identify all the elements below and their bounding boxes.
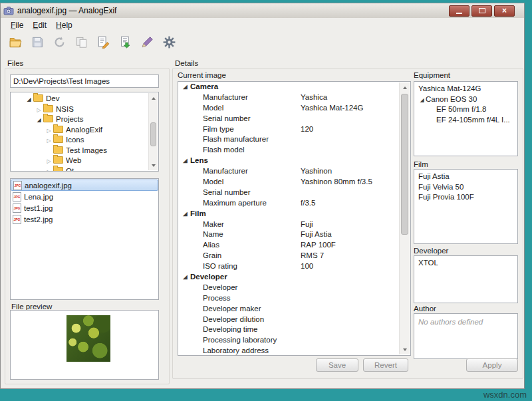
film-item[interactable]: Fuji Provia 100F: [414, 192, 517, 203]
tree-expanded-icon[interactable]: ◢: [418, 95, 426, 105]
tree-item[interactable]: ▷Web: [11, 156, 158, 166]
tree-item[interactable]: ▷Ot: [11, 166, 158, 172]
exif-property-value[interactable]: Fuji: [301, 219, 410, 230]
equipment-item[interactable]: EF 50mm f/1.8: [414, 104, 517, 115]
exif-scrollbar-thumb[interactable]: [401, 94, 408, 235]
copy-button[interactable]: [73, 35, 89, 51]
exif-property-value[interactable]: 120: [301, 124, 410, 135]
exif-property-row[interactable]: ModelYashinon 80mm f/3.5: [178, 177, 410, 188]
exif-property-value[interactable]: [301, 188, 410, 198]
tree-collapsed-icon[interactable]: ▷: [45, 136, 53, 146]
exif-property-row[interactable]: ModelYashica Mat-124G: [178, 103, 410, 114]
exif-property-value[interactable]: [301, 315, 410, 325]
exif-property-value[interactable]: [301, 134, 410, 145]
tree-item[interactable]: ◢Projects: [11, 114, 158, 125]
scroll-up-icon[interactable]: [149, 93, 158, 103]
exif-property-value[interactable]: RMS 7: [301, 251, 410, 261]
exif-property-row[interactable]: Flash manufacturer: [178, 134, 410, 145]
menu-item-edit[interactable]: Edit: [28, 19, 51, 31]
exif-property-value[interactable]: [301, 293, 410, 304]
scroll-down-icon[interactable]: [400, 344, 410, 354]
tree-item[interactable]: ◢Dev: [11, 94, 158, 104]
exif-property-row[interactable]: NameFuji Astia: [178, 229, 410, 240]
save-changes-button[interactable]: Save: [316, 358, 358, 372]
tree-collapsed-icon[interactable]: ▷: [45, 126, 53, 136]
equipment-item[interactable]: ◢Canon EOS 30: [414, 94, 517, 105]
exif-property-value[interactable]: Fuji Astia: [301, 229, 410, 240]
tree-item[interactable]: ▷NSIS: [11, 104, 158, 115]
refresh-button[interactable]: [51, 35, 67, 51]
exif-property-row[interactable]: Flash model: [178, 145, 410, 156]
exif-property-row[interactable]: ISO rating100: [178, 261, 410, 272]
settings-button[interactable]: [161, 35, 177, 51]
tree-expanded-icon[interactable]: ◢: [182, 272, 189, 283]
exif-property-value[interactable]: [301, 325, 410, 335]
exif-property-row[interactable]: AliasRAP 100F: [178, 240, 410, 251]
exif-group-row[interactable]: ◢Film: [178, 209, 410, 219]
revert-button[interactable]: Revert: [363, 358, 408, 372]
apply-button[interactable]: Apply: [466, 358, 518, 372]
tree-expanded-icon[interactable]: ◢: [25, 94, 33, 105]
tree-collapsed-icon[interactable]: ▷: [45, 167, 53, 172]
equipment-item[interactable]: Yashica Mat-124G: [414, 84, 517, 94]
exif-group-row[interactable]: ◢Camera: [178, 82, 410, 92]
exif-property-value[interactable]: Yashica Mat-124G: [301, 103, 410, 114]
tree-expanded-icon[interactable]: ◢: [182, 82, 189, 92]
scroll-up-icon[interactable]: [400, 82, 410, 92]
exif-property-row[interactable]: Developing time: [178, 325, 410, 335]
tree-expanded-icon[interactable]: ◢: [35, 115, 43, 126]
exif-property-row[interactable]: MakerFuji: [178, 219, 410, 230]
exif-scrollbar[interactable]: [399, 82, 410, 354]
exif-property-value[interactable]: [301, 145, 410, 156]
exif-property-value[interactable]: [301, 304, 410, 315]
tree-item[interactable]: ▷AnalogExif: [11, 125, 158, 136]
menu-item-file[interactable]: File: [6, 19, 28, 31]
scroll-down-icon[interactable]: [149, 160, 158, 170]
exif-property-value[interactable]: [301, 114, 410, 124]
tree-collapsed-icon[interactable]: ▷: [35, 105, 43, 116]
exif-property-row[interactable]: Laboratory address: [178, 346, 410, 356]
exif-property-row[interactable]: Process: [178, 293, 410, 304]
exif-property-row[interactable]: Developer maker: [178, 304, 410, 315]
exif-group-row[interactable]: ◢Lens: [178, 156, 410, 166]
exif-property-value[interactable]: Yashinon: [301, 166, 410, 177]
exif-group-row[interactable]: ◢Developer: [178, 272, 410, 283]
minimize-button[interactable]: [449, 5, 469, 17]
exif-property-row[interactable]: Maximum aperturef/3.5: [178, 198, 410, 209]
exif-property-row[interactable]: Film type120: [178, 124, 410, 135]
tree-scrollbar[interactable]: [148, 93, 158, 170]
exif-property-row[interactable]: ManufacturerYashica: [178, 92, 410, 103]
film-item[interactable]: Fuji Velvia 50: [414, 182, 517, 193]
tree-scrollbar-thumb[interactable]: [150, 122, 156, 146]
exif-property-value[interactable]: Yashinon 80mm f/3.5: [301, 177, 410, 188]
save-button[interactable]: [29, 35, 45, 51]
edit-metadata-button[interactable]: [95, 35, 111, 51]
exif-property-value[interactable]: [301, 346, 410, 356]
tree-collapsed-icon[interactable]: ▷: [45, 156, 53, 167]
exif-property-value[interactable]: [301, 283, 410, 293]
author-box[interactable]: No authors defined: [414, 313, 518, 359]
file-item[interactable]: JPGtest1.jpg: [11, 202, 158, 213]
tree-item[interactable]: ▷Icons: [11, 135, 158, 146]
exif-property-value[interactable]: RAP 100F: [301, 240, 410, 251]
tree-expanded-icon[interactable]: ◢: [182, 156, 189, 166]
file-item[interactable]: JPGanalogexif.jpg: [11, 180, 158, 191]
path-input[interactable]: [10, 74, 159, 88]
close-button[interactable]: ×: [494, 5, 515, 17]
exif-property-row[interactable]: Processing laboratory: [178, 335, 410, 346]
edit-tags-button[interactable]: [139, 35, 155, 51]
exif-property-row[interactable]: ManufacturerYashinon: [178, 166, 410, 177]
film-item[interactable]: Fuji Astia: [414, 172, 517, 182]
exif-property-row[interactable]: Developer: [178, 283, 410, 293]
import-metadata-button[interactable]: [117, 35, 133, 51]
tree-expanded-icon[interactable]: ◢: [182, 209, 189, 219]
tree-item[interactable]: Test Images: [11, 146, 158, 156]
equipment-item[interactable]: EF 24-105mm f/4L I...: [414, 115, 517, 126]
exif-property-value[interactable]: f/3.5: [301, 198, 410, 209]
exif-property-value[interactable]: Yashica: [301, 92, 410, 103]
file-item[interactable]: JPGLena.jpg: [11, 191, 158, 202]
exif-property-row[interactable]: Developer dilution: [178, 315, 410, 325]
maximize-button[interactable]: [471, 5, 492, 17]
title-bar[interactable]: analogexif.jpg — AnalogExif ×: [1, 3, 524, 18]
exif-property-value[interactable]: 100: [301, 261, 410, 272]
